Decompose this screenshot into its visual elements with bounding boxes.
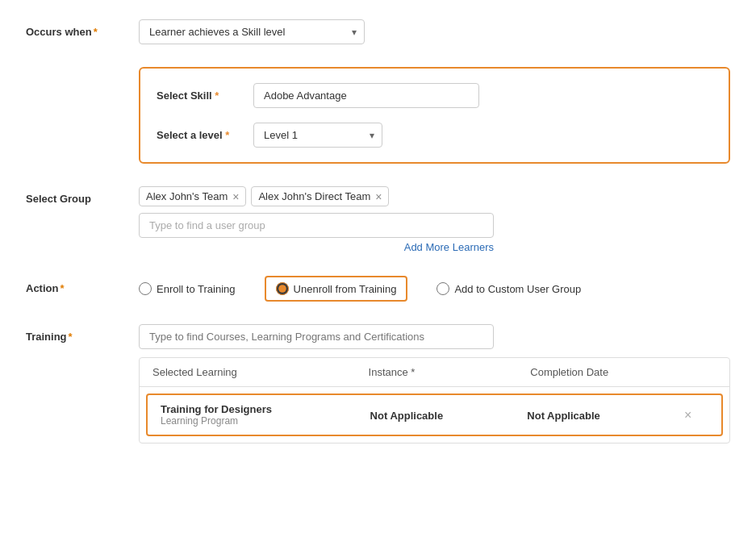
action-enroll[interactable]: Enroll to Training [139, 282, 236, 295]
occurs-when-select-wrapper: Learner achieves a Skill level ▾ [139, 19, 365, 44]
group-tag: Alex John's Team × [139, 186, 246, 206]
skill-label: Select Skill * [157, 90, 253, 102]
training-learning-info: Training for Designers Learning Program [161, 403, 370, 427]
training-instance: Not Applicable [370, 409, 528, 422]
training-title: Training for Designers [161, 403, 370, 415]
training-table-header: Selected Learning Instance * Completion … [140, 358, 729, 387]
select-skill-label [26, 67, 139, 75]
remove-training-row[interactable]: × [684, 408, 691, 422]
enroll-radio[interactable] [139, 282, 152, 295]
skill-input[interactable] [253, 83, 479, 108]
training-table: Selected Learning Instance * Completion … [139, 357, 730, 443]
skill-section: Select Skill * Select a level * Level 1 … [139, 67, 730, 164]
action-custom-group[interactable]: Add to Custom User Group [436, 282, 581, 295]
action-content: Enroll to Training Unenroll from Trainin… [139, 276, 730, 302]
occurs-when-label: Occurs when* [26, 19, 139, 38]
training-search-input[interactable] [139, 324, 494, 349]
action-radio-group: Enroll to Training Unenroll from Trainin… [139, 276, 730, 302]
training-row-bordered: Training for Designers Learning Program … [146, 394, 723, 436]
level-select-wrapper: Level 1 ▾ [253, 123, 382, 148]
action-label: Action* [26, 276, 139, 294]
col-completion-header: Completion Date [530, 366, 692, 378]
select-group-label: Select Group [26, 186, 139, 205]
training-label: Training* [26, 324, 139, 343]
level-label: Select a level * [157, 129, 253, 141]
training-subtitle: Learning Program [161, 415, 370, 427]
custom-group-radio[interactable] [436, 282, 449, 295]
level-row: Select a level * Level 1 ▾ [157, 123, 712, 148]
add-more-learners-link[interactable]: Add More Learners [139, 241, 494, 253]
training-row: Training for Designers Learning Program … [148, 395, 721, 435]
remove-tag-1[interactable]: × [232, 191, 239, 202]
group-tags: Alex John's Team × Alex John's Direct Te… [139, 186, 730, 206]
group-tag: Alex John's Direct Team × [251, 186, 389, 206]
col-instance-header: Instance * [369, 366, 531, 378]
occurs-when-select[interactable]: Learner achieves a Skill level [139, 19, 365, 44]
select-group-content: Alex John's Team × Alex John's Direct Te… [139, 186, 730, 253]
unenroll-radio[interactable] [276, 282, 289, 295]
occurs-when-content: Learner achieves a Skill level ▾ [139, 19, 730, 44]
level-select[interactable]: Level 1 [253, 123, 382, 148]
remove-tag-2[interactable]: × [375, 191, 382, 202]
col-learning-header: Selected Learning [152, 366, 369, 378]
group-search-input[interactable] [139, 213, 494, 238]
training-content: Selected Learning Instance * Completion … [139, 324, 730, 443]
action-unenroll[interactable]: Unenroll from Training [265, 276, 408, 302]
training-completion: Not Applicable [527, 409, 684, 422]
